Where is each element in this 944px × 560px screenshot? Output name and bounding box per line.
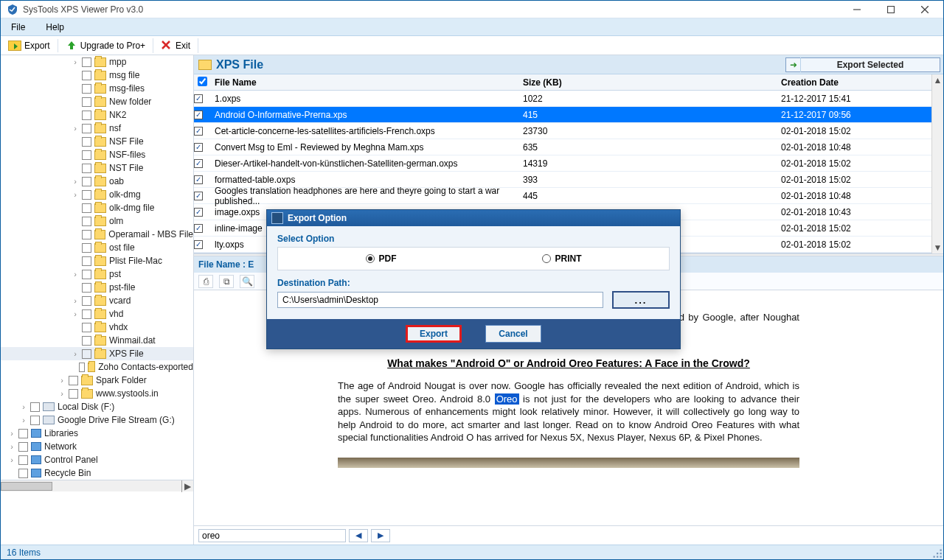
tree-item[interactable]: olm: [1, 214, 193, 228]
checkbox[interactable]: [82, 217, 91, 226]
col-size[interactable]: Size (KB): [518, 77, 777, 88]
checkbox[interactable]: [82, 283, 91, 293]
table-row[interactable]: ✓Dieser-Artikel-handelt-von-künstlichen-…: [194, 155, 943, 172]
checkbox[interactable]: [82, 190, 91, 200]
tree-item[interactable]: pst-file: [1, 281, 193, 294]
tree-item[interactable]: ›Control Panel: [1, 453, 193, 466]
col-date[interactable]: Creation Date: [777, 77, 931, 88]
tree-item[interactable]: ›Local Disk (F:): [1, 400, 193, 413]
tree-item[interactable]: NST File: [1, 161, 193, 175]
print-icon[interactable]: ⎙: [198, 275, 213, 288]
checkbox[interactable]: [82, 150, 91, 160]
search-input[interactable]: [198, 529, 346, 542]
resize-grip-icon[interactable]: [930, 546, 943, 559]
tree-item[interactable]: Zoho Contacts-exported: [1, 360, 193, 374]
tree-item[interactable]: ›mpp: [1, 55, 193, 69]
tree-item[interactable]: ›pst: [1, 267, 193, 281]
scroll-down-icon[interactable]: ▼: [932, 242, 943, 253]
dialog-titlebar[interactable]: Export Option: [267, 210, 680, 226]
row-checkbox[interactable]: ✓: [194, 175, 203, 184]
table-row[interactable]: ✓Cet-article-concerne-les-satellites-art…: [194, 123, 943, 139]
row-checkbox[interactable]: ✓: [194, 127, 203, 136]
checkbox[interactable]: [82, 84, 91, 94]
tree-item[interactable]: olk-dmg file: [1, 201, 193, 214]
checkbox[interactable]: [82, 71, 91, 80]
table-row[interactable]: ✓Android O-Informative-Prerna.xps41521-1…: [194, 107, 943, 123]
table-row[interactable]: ✓Googles translation headphones are here…: [194, 188, 943, 204]
checkbox[interactable]: [82, 177, 91, 186]
tree-item[interactable]: New folder: [1, 95, 193, 108]
row-checkbox[interactable]: ✓: [194, 224, 203, 233]
menu-help[interactable]: Help: [35, 19, 74, 35]
tree-item[interactable]: ›www.systools.in: [1, 387, 193, 400]
scrollbar-right-icon[interactable]: ▶: [181, 480, 193, 492]
browse-button[interactable]: ...: [612, 291, 670, 309]
row-checkbox[interactable]: ✓: [194, 192, 203, 200]
row-checkbox[interactable]: ✓: [194, 240, 203, 249]
checkbox[interactable]: [82, 296, 91, 306]
checkbox[interactable]: [82, 57, 91, 67]
row-checkbox[interactable]: ✓: [194, 94, 203, 103]
tree-item[interactable]: NSF File: [1, 135, 193, 148]
table-row[interactable]: ✓Convert Msg to Eml - Reviewed by Meghna…: [194, 139, 943, 155]
tree-item[interactable]: ost file: [1, 241, 193, 254]
dialog-export-button[interactable]: Export: [406, 325, 462, 343]
checkbox[interactable]: [82, 349, 91, 359]
checkbox[interactable]: [18, 442, 28, 452]
checkbox[interactable]: [82, 97, 91, 107]
col-name[interactable]: File Name: [210, 77, 518, 88]
tree-item[interactable]: ›nsf: [1, 122, 193, 135]
destination-input[interactable]: [277, 292, 603, 308]
search-next-icon[interactable]: ▶: [371, 529, 390, 542]
tree-item[interactable]: ›Libraries: [1, 427, 193, 440]
checkbox[interactable]: [82, 124, 91, 133]
checkbox[interactable]: [82, 243, 91, 253]
tree-item[interactable]: msg-files: [1, 82, 193, 95]
scrollbar-thumb[interactable]: [1, 482, 52, 491]
checkbox[interactable]: [82, 256, 91, 266]
checkbox[interactable]: [79, 363, 85, 372]
check-all[interactable]: [198, 77, 207, 86]
export-selected-button[interactable]: ➜ Export Selected: [785, 57, 940, 72]
tree-item[interactable]: Winmail.dat: [1, 334, 193, 347]
search-prev-icon[interactable]: ◀: [349, 529, 368, 542]
tree-item[interactable]: ›Google Drive File Stream (G:): [1, 413, 193, 427]
row-checkbox[interactable]: ✓: [194, 208, 203, 217]
tree-item[interactable]: Plist File-Mac: [1, 254, 193, 267]
checkbox[interactable]: [82, 309, 91, 319]
checkbox[interactable]: [69, 376, 78, 385]
row-checkbox[interactable]: ✓: [194, 143, 203, 152]
checkbox[interactable]: [18, 469, 28, 478]
upgrade-button[interactable]: Upgrade to Pro+: [58, 38, 153, 53]
checkbox[interactable]: [82, 270, 91, 279]
tree-item[interactable]: ›Spark Folder: [1, 374, 193, 387]
export-button[interactable]: Export: [1, 39, 58, 52]
checkbox[interactable]: [82, 203, 91, 213]
checkbox[interactable]: [69, 389, 78, 399]
tree-item[interactable]: ›XPS File: [1, 347, 193, 360]
tree-item[interactable]: NSF-files: [1, 148, 193, 161]
tree-item[interactable]: NK2: [1, 108, 193, 122]
checkbox[interactable]: [82, 336, 91, 346]
tree-item[interactable]: Recycle Bin: [1, 466, 193, 480]
table-row[interactable]: ✓1.oxps102221-12-2017 15:41: [194, 91, 943, 107]
radio-pdf[interactable]: PDF: [366, 253, 397, 264]
copy-icon[interactable]: ⧉: [219, 275, 234, 288]
tree-item[interactable]: ›oab: [1, 175, 193, 188]
checkbox[interactable]: [82, 137, 91, 147]
tree-hscroll[interactable]: ▶: [1, 480, 193, 491]
checkbox[interactable]: [18, 429, 28, 438]
tree-item[interactable]: ›olk-dmg: [1, 188, 193, 201]
window-close-button[interactable]: [908, 1, 942, 18]
checkbox[interactable]: [82, 323, 91, 332]
folder-tree[interactable]: ›mppmsg filemsg-filesNew folderNK2›nsfNS…: [1, 55, 194, 545]
row-checkbox[interactable]: ✓: [194, 111, 203, 119]
row-checkbox[interactable]: ✓: [194, 159, 203, 168]
tree-item[interactable]: ›Network: [1, 440, 193, 453]
checkbox[interactable]: [30, 416, 40, 425]
window-minimize-button[interactable]: [840, 1, 874, 18]
radio-print[interactable]: PRINT: [542, 253, 582, 264]
tree-item[interactable]: ›vcard: [1, 294, 193, 307]
checkbox[interactable]: [82, 111, 91, 120]
window-maximize-button[interactable]: [874, 1, 908, 18]
